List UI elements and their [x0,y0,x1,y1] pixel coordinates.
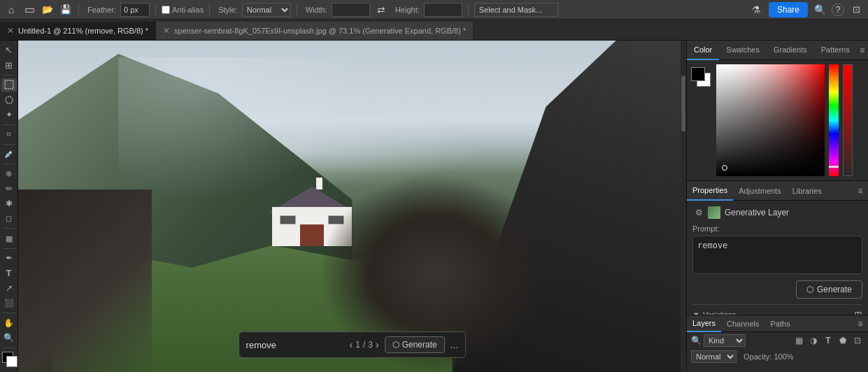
generate-button[interactable]: ⬡ Generate [796,280,862,299]
main-content: ↖ ⊞ ✦ ⌗ 💉 ⊕ ✏ ✱ ◻ ▦ ✒ T ↗ ⬛ ✋ 🔍 [0,41,868,372]
tool-clone[interactable]: ✱ [1,197,17,210]
save-icon[interactable]: 💾 [59,3,73,17]
prompt-next-btn[interactable]: › [376,339,379,350]
style-select[interactable]: Normal Fixed Ratio Fixed Size [242,3,291,17]
scroll-thumb[interactable] [681,76,685,131]
tool-path-select[interactable]: ↗ [1,281,17,294]
tool-move[interactable]: ↖ [1,43,17,57]
layers-smart-object-icon[interactable]: ⊡ [851,334,864,347]
gen-layer-settings-icon[interactable]: ⚙ [692,206,705,219]
props-tabs: Properties Adjustments Libraries ≡ [687,181,868,201]
tab-libraries[interactable]: Libraries [787,181,827,201]
feather-label: Feather: [87,6,116,14]
tab-2[interactable]: ✕ spenser-sembrat-8gK_057Es9I-unsplash.j… [156,22,474,40]
tool-artboard[interactable]: ⊞ [1,58,17,71]
layers-kind-select[interactable]: Kind Name Effect [704,334,746,347]
open-file-icon[interactable]: 📂 [41,3,55,17]
hue-strip[interactable] [829,64,839,176]
tab-adjustments[interactable]: Adjustments [733,181,787,201]
tool-lasso[interactable] [1,93,17,106]
hue-indicator [829,166,839,168]
layers-pixel-icon[interactable]: ▦ [792,334,805,347]
prompt-generate-btn[interactable]: ⬡ Generate [385,336,445,353]
toolbar-sep-1 [78,3,79,16]
tab-gradients[interactable]: Gradients [767,41,814,60]
layers-adjustment-icon[interactable]: ◑ [807,334,820,347]
variations-grid-btn[interactable]: ⊞ [854,309,862,315]
tab-paths[interactable]: Paths [765,315,796,332]
properties-panel: Properties Adjustments Libraries ≡ ⚙ Gen… [687,180,868,315]
prompt-nav-total: 3 [368,340,373,350]
arrange-windows-icon[interactable]: ⊡ [848,2,864,17]
right-panel: Color Swatches Gradients Patterns ≡ [686,41,868,372]
layers-blend-row: Normal Multiply Screen Overlay Opacity: … [687,349,868,364]
toolbar-sep-4 [297,3,297,16]
blend-mode-select[interactable]: Normal Multiply Screen Overlay [691,350,737,363]
tool-shape[interactable]: ⬛ [1,296,17,310]
share-button[interactable]: Share [769,2,808,17]
tool-zoom[interactable]: 🔍 [1,331,17,344]
tool-type[interactable]: T [1,266,17,280]
labs-icon[interactable]: ⚗ [749,2,764,17]
antialias-checkbox[interactable] [162,6,170,14]
tool-brush[interactable]: ✏ [1,182,17,195]
tab-1[interactable]: ✕ Untitled-1 @ 211% (remove, RGB/8) * [0,22,156,40]
prompt-prev-btn[interactable]: ‹ [350,339,353,350]
prompt-textarea[interactable]: remove [692,236,862,274]
new-document-icon[interactable]: ▭ [22,3,36,17]
canvas-area[interactable]: ‹ 1 / 3 › ⬡ Generate ... [18,41,686,372]
tab-color[interactable]: Color [687,41,719,60]
toolbar-right: ⚗ Share 🔍 ? ⊡ [749,2,864,17]
lt-sep-5 [3,228,15,229]
layers-type-icons: ▦ ◑ T ⬟ ⊡ [792,334,864,347]
tool-marquee[interactable] [1,78,17,92]
generate-btn-icon: ⬡ [806,285,813,294]
tool-pen[interactable]: ✒ [1,252,17,265]
help-icon[interactable]: ? [832,3,844,16]
tab-layers[interactable]: Layers [687,315,721,332]
lt-sep-4 [3,164,15,164]
select-mask-btn[interactable]: Select and Mask... [474,3,558,17]
tab-2-close[interactable]: ✕ [163,26,170,36]
gen-layer-title: Generative Layer [725,208,789,217]
tool-gradient[interactable]: ▦ [1,231,17,245]
layers-filter-area: 🔍 Kind Name Effect [691,334,746,347]
tool-hand[interactable]: ✋ [1,316,17,329]
lt-sep-6 [3,248,15,249]
search-icon[interactable]: 🔍 [812,2,827,17]
tool-healing[interactable]: ⊕ [1,167,17,180]
prompt-more-btn[interactable]: ... [450,339,459,350]
layers-shape-icon[interactable]: ⬟ [837,334,849,347]
tab-1-close[interactable]: ✕ [7,26,14,36]
prompt-overlay-input[interactable] [246,340,344,350]
opacity-label: Opacity: 100% [744,352,794,361]
vertical-scrollbar[interactable] [681,41,686,372]
tab-swatches[interactable]: Swatches [719,41,767,60]
gen-layer-icons: ⚙ [692,206,720,219]
width-input[interactable] [332,3,370,17]
tool-eyedropper[interactable]: 💉 [1,148,17,161]
feather-input[interactable] [120,3,150,17]
toolbar-sep-2 [155,3,156,16]
tool-magic-wand[interactable]: ✦ [1,108,17,121]
tab-channels[interactable]: Channels [721,315,764,332]
alpha-strip[interactable] [843,64,853,176]
height-label: Height: [395,6,420,14]
height-input[interactable] [424,3,462,17]
tool-crop[interactable]: ⌗ [1,128,17,141]
app-home-icon[interactable]: ⌂ [4,3,18,17]
tab-patterns[interactable]: Patterns [814,41,857,60]
props-panel-menu-btn[interactable]: ≡ [853,183,868,199]
background-color[interactable] [6,356,17,367]
tool-eraser[interactable]: ◻ [1,212,17,225]
swap-dimensions-icon[interactable]: ⇄ [374,3,388,17]
color-gradient-picker[interactable] [716,64,825,176]
foreground-swatch[interactable] [691,67,705,81]
color-panel-menu-btn[interactable]: ≡ [857,43,868,58]
layers-type-icon[interactable]: T [822,334,834,347]
tab-properties[interactable]: Properties [687,181,733,201]
layers-panel-menu-btn[interactable]: ≡ [853,316,868,331]
prompt-nav-current: 1 [355,340,360,350]
color-picker-indicator [722,165,727,171]
width-label: Width: [306,6,327,14]
